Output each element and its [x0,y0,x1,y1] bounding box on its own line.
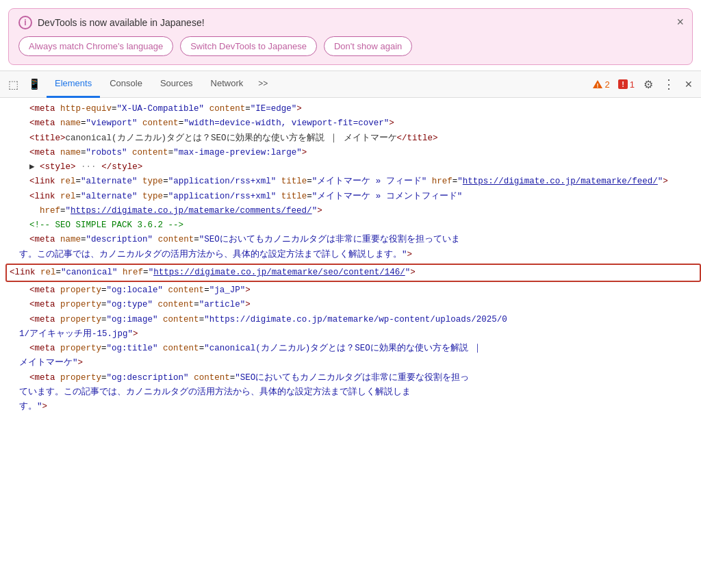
code-line-3: <title>canonical(カノニカル)タグとは？SEOに効果的な使い方を… [8,131,701,146]
code-line-6: <link rel="alternate" type="application/… [8,175,701,189]
code-line-12: <meta property="og:type" content="articl… [8,298,701,312]
info-icon: i [18,16,32,29]
devtools-toolbar: ⬚ 📱 Elements Console Sources Network >> … [0,71,701,98]
code-line-15: <meta property="og:description" content=… [8,371,701,415]
warning-icon: ! [592,79,603,89]
tab-console[interactable]: Console [101,71,151,98]
code-line-4: <meta name="robots" content="max-image-p… [8,146,701,160]
notification-close-button[interactable]: × [676,16,684,28]
close-icon: ✕ [685,79,693,90]
gear-icon: ⚙ [643,78,653,91]
code-line-11: <meta property="og:locale" content="ja_J… [8,283,701,298]
code-line-highlighted[interactable]: <link rel="canonical" href="https://digi… [5,264,701,282]
notification-title-row: i DevTools is now available in Japanese!… [18,16,683,29]
close-devtools-button[interactable]: ✕ [680,76,697,92]
svg-text:!: ! [622,80,624,88]
error-badge[interactable]: ! 1 [615,78,638,91]
notification-title: DevTools is now available in Japanese! [38,17,205,28]
error-icon: ! [618,79,628,89]
code-line-7: <link rel="alternate" type="application/… [8,190,701,219]
switch-japanese-button[interactable]: Switch DevTools to Japanese [180,36,317,56]
notification-banner: i DevTools is now available in Japanese!… [8,8,693,65]
settings-button[interactable]: ⚙ [639,75,657,94]
device-icon: 📱 [28,78,41,90]
tab-more[interactable]: >> [253,71,273,98]
dots-icon: ⋮ [663,77,675,92]
code-line-13: <meta property="og:image" content="https… [8,313,701,342]
device-toolbar-button[interactable]: 📱 [24,75,45,93]
code-panel: <meta http-equiv="X-UA-Compatible" conte… [0,98,701,509]
inspect-icon: ⬚ [8,78,18,91]
code-line-2: <meta name="viewport" content="width=dev… [8,116,701,131]
warning-badge[interactable]: ! 2 [589,78,613,91]
error-count: 1 [630,79,635,90]
code-line-8: <!-- SEO SIMPLE PACK 3.6.2 --> [8,218,701,233]
notification-buttons: Always match Chrome's language Switch De… [18,36,683,56]
inspect-element-button[interactable]: ⬚ [4,75,23,94]
code-line-1: <meta http-equiv="X-UA-Compatible" conte… [8,102,701,116]
code-line-14: <meta property="og:title" content="canon… [8,342,701,371]
tab-sources[interactable]: Sources [152,71,201,98]
tab-elements[interactable]: Elements [47,71,100,98]
tab-network[interactable]: Network [203,71,252,98]
match-language-button[interactable]: Always match Chrome's language [18,36,173,56]
dont-show-again-button[interactable]: Don't show again [324,36,412,56]
more-options-button[interactable]: ⋮ [659,74,679,94]
warning-count: 2 [605,79,610,90]
code-line-9: <meta name="description" content="SEOにおい… [8,233,701,262]
svg-text:!: ! [596,82,598,89]
code-line-5[interactable]: ▶ <style> ··· </style> [8,160,701,175]
